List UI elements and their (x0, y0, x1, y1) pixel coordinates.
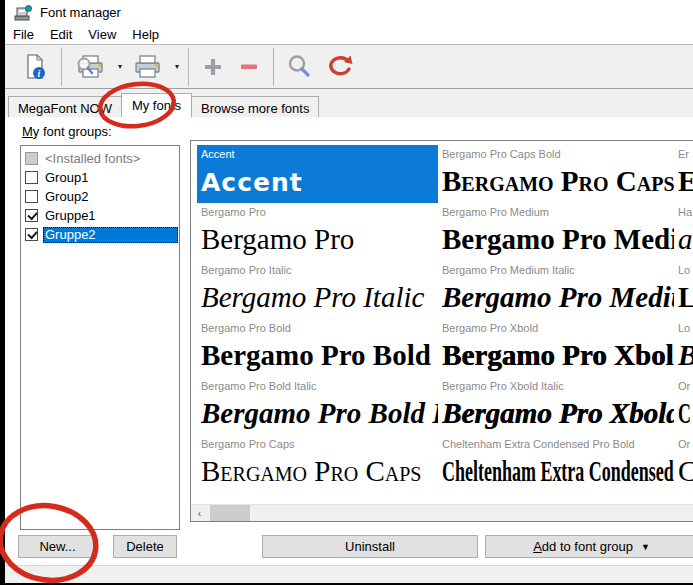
font-cell[interactable]: LoL (674, 261, 693, 319)
tab-browse-more-fonts[interactable]: Browse more fonts (191, 96, 319, 117)
file-info-icon[interactable]: i (15, 48, 55, 86)
font-preview-text: Bergamo Pro Xbold (442, 337, 674, 375)
font-grid-column-3: ErEHaaLoLLoBOrCOrC (674, 145, 693, 504)
font-preview-text: C (678, 453, 693, 491)
font-groups-label-rest: y font groups: (33, 124, 112, 139)
font-group-item[interactable]: Group2 (22, 187, 178, 206)
toolbar: i▾▾ (5, 44, 693, 89)
font-name-label: Bergamo Pro Medium Italic (442, 264, 674, 279)
group-name: Gruppe1 (43, 208, 99, 224)
group-name: Gruppe2 (43, 227, 178, 243)
font-preview-text: Cheltenham Extra Condensed Pro Bold (442, 453, 674, 491)
font-preview-text: a (678, 221, 693, 259)
menu-view[interactable]: View (80, 26, 124, 43)
font-name-label: Lo (678, 264, 693, 279)
my-fonts-tab-page: My font groups: <Installed fonts>Group1G… (5, 117, 693, 565)
print-preview-icon[interactable] (68, 48, 112, 86)
font-name-label: Er (678, 148, 693, 163)
font-cell[interactable]: Bergamo Pro BoldBergamo Pro Bold (197, 319, 438, 377)
font-name-label: Or (678, 438, 693, 453)
font-cell[interactable]: Cheltenham Extra Condensed Pro BoldChelt… (438, 435, 674, 493)
font-name-label: Bergamo Pro Caps (201, 438, 438, 453)
font-preview-text: Bergamo Pro (201, 221, 438, 259)
font-cell[interactable]: Bergamo Pro CapsBergamo Pro Caps (197, 435, 438, 493)
font-cell[interactable]: Haa (674, 203, 693, 261)
font-name-label: Accent (201, 148, 438, 163)
font-preview-text: Bergamo Pro Medium (442, 221, 674, 259)
group-checkbox[interactable] (25, 228, 38, 241)
font-preview-panel: AccentAccentBergamo ProBergamo ProBergam… (190, 140, 693, 522)
font-group-item[interactable]: Group1 (22, 168, 178, 187)
font-name-label: Cheltenham Extra Condensed Pro Bold (442, 438, 674, 453)
font-preview-text: Bergamo Pro Xbold Italic (442, 395, 674, 433)
group-checkbox[interactable] (25, 209, 38, 222)
font-preview-text: Bergamo Pro Bold Italic (201, 395, 438, 433)
add-icon[interactable] (195, 48, 231, 86)
font-preview-text: Bergamo Pro Bold (201, 337, 438, 375)
font-cell[interactable]: AccentAccent (197, 145, 438, 203)
font-cell[interactable]: ErE (674, 145, 693, 203)
scrollbar-thumb[interactable] (210, 505, 250, 522)
font-cell[interactable]: Bergamo Pro MediumBergamo Pro Medium (438, 203, 674, 261)
font-name-label: Bergamo Pro Caps Bold (442, 148, 674, 163)
status-bar (0, 565, 693, 585)
font-cell[interactable]: Bergamo Pro Xbold ItalicBergamo Pro Xbol… (438, 377, 674, 435)
font-cell[interactable]: OrC (674, 377, 693, 435)
font-preview-text: B (678, 337, 693, 375)
font-cell[interactable]: Bergamo ProBergamo Pro (197, 203, 438, 261)
group-name: Group2 (43, 189, 91, 205)
remove-icon[interactable] (231, 48, 267, 86)
print-preview-dropdown-arrow-icon[interactable]: ▾ (115, 62, 125, 71)
font-name-label: Bergamo Pro Italic (201, 264, 438, 279)
font-groups-list[interactable]: <Installed fonts>Group1Group2Gruppe1Grup… (20, 145, 180, 530)
font-name-label: Bergamo Pro Xbold (442, 322, 674, 337)
menu-bar: FileEditViewHelp (5, 25, 693, 44)
font-preview-text: E (678, 163, 693, 201)
group-checkbox[interactable] (25, 171, 38, 184)
menu-edit[interactable]: Edit (42, 26, 80, 43)
delete-group-button[interactable]: Delete (113, 535, 177, 558)
print-icon[interactable] (125, 48, 169, 86)
font-groups-label: My font groups: (22, 124, 112, 139)
font-cell[interactable]: Bergamo Pro Bold ItalicBergamo Pro Bold … (197, 377, 438, 435)
window-title: Font manager (40, 5, 121, 20)
font-name-label: Lo (678, 322, 693, 337)
font-preview-text: L (678, 279, 693, 317)
dropdown-arrow-icon: ▼ (641, 542, 650, 552)
font-cell[interactable]: OrC (674, 435, 693, 493)
font-cell[interactable]: Bergamo Pro ItalicBergamo Pro Italic (197, 261, 438, 319)
font-group-item[interactable]: Gruppe1 (22, 206, 178, 225)
font-cell[interactable]: LoB (674, 319, 693, 377)
tab-megafont-now[interactable]: MegaFont NOW (8, 96, 122, 117)
font-name-label: Bergamo Pro Bold (201, 322, 438, 337)
font-cell[interactable]: Bergamo Pro XboldBergamo Pro Xbold (438, 319, 674, 377)
uninstall-button[interactable]: Uninstall (262, 535, 478, 558)
font-group-item[interactable]: Gruppe2 (22, 225, 178, 244)
font-preview-text: Bergamo Pro Medium Italic (442, 279, 674, 317)
group-checkbox[interactable] (25, 152, 38, 165)
add-to-font-group-button[interactable]: Add to font group ▼ (485, 535, 693, 558)
horizontal-scrollbar[interactable]: ‹ (191, 504, 693, 521)
group-checkbox[interactable] (25, 190, 38, 203)
font-name-label: Bergamo Pro (201, 206, 438, 221)
font-cell[interactable]: Bergamo Pro Caps BoldBergamo Pro Caps Bo… (438, 145, 674, 203)
font-preview-text: Bergamo Pro Caps Bold (442, 163, 674, 201)
font-grid-column-2: Bergamo Pro Caps BoldBergamo Pro Caps Bo… (438, 145, 674, 504)
menu-file[interactable]: File (5, 26, 42, 43)
font-name-label: Bergamo Pro Xbold Italic (442, 380, 674, 395)
tab-my-fonts[interactable]: My fonts (121, 93, 192, 117)
scroll-left-arrow-icon[interactable]: ‹ (191, 505, 208, 522)
print-dropdown-arrow-icon[interactable]: ▾ (172, 62, 182, 71)
refresh-icon[interactable] (319, 48, 360, 86)
font-group-item[interactable]: <Installed fonts> (22, 149, 178, 168)
font-preview-text: Bergamo Pro Italic (201, 279, 438, 317)
font-name-label: Or (678, 380, 693, 395)
new-group-button[interactable]: New... (18, 535, 97, 558)
font-cell[interactable]: Bergamo Pro Medium ItalicBergamo Pro Med… (438, 261, 674, 319)
font-groups-label-accel: M (22, 124, 33, 139)
font-name-label: Bergamo Pro Medium (442, 206, 674, 221)
menu-help[interactable]: Help (124, 26, 167, 43)
search-icon[interactable] (280, 48, 319, 86)
screenshot-left-edge (0, 0, 5, 585)
toolbar-separator (273, 48, 274, 86)
